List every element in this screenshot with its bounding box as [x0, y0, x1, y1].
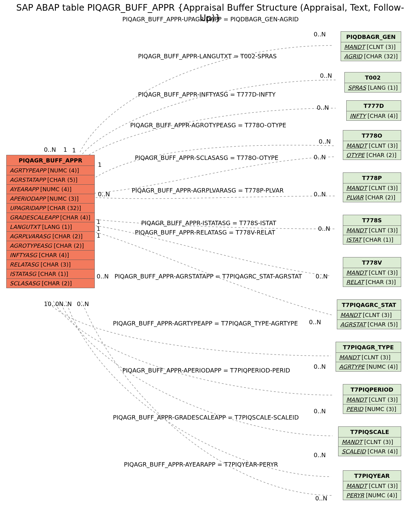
- cardinality: 0..N: [314, 191, 326, 198]
- table-row: SCALEID [CHAR (4)]: [338, 447, 401, 456]
- field-type: [CHAR (5)]: [45, 177, 77, 183]
- table-row: GRADESCALEAPP [CHAR (4)]: [7, 213, 94, 222]
- field-type: [CLNT (3)]: [362, 439, 393, 445]
- cardinality: 1: [97, 225, 100, 232]
- field-name: MANDT: [346, 269, 367, 276]
- field-type: [CHAR (5)]: [366, 321, 398, 328]
- cardinality: 1: [72, 147, 76, 154]
- table-row: MANDT [CLNT (3)]: [337, 310, 401, 320]
- field-type: [CLNT (3)]: [367, 269, 398, 276]
- field-type: [LANG (1)]: [366, 84, 398, 91]
- field-name: SCLASASG: [10, 280, 40, 287]
- table-row: UPAGRIDAPP [CHAR (32)]: [7, 204, 94, 213]
- relation-label: PIQAGR_BUFF_APPR-LANGUTXT = T002-SPRAS: [138, 53, 277, 60]
- field-name: RELAT: [346, 279, 364, 285]
- cardinality: 0..N: [44, 146, 56, 153]
- table-row: SPRAS [LANG (1)]: [345, 83, 401, 92]
- field-name: RELATASG: [10, 261, 39, 268]
- cardinality: 0..N: [314, 408, 326, 415]
- table-header: T778P: [343, 173, 401, 183]
- field-name: AGRTYPEAPP: [10, 167, 46, 174]
- table-header: T7PIQAGRC_STAT: [337, 300, 401, 310]
- field-name: MANDT: [339, 354, 360, 361]
- cardinality: 1: [98, 161, 102, 168]
- field-type: [CHAR (1)]: [361, 236, 393, 243]
- field-type: [NUMC (4)]: [38, 186, 72, 193]
- table-row: APERIODAPP [NUMC (3)]: [7, 194, 94, 204]
- cardinality: 0..N: [314, 31, 326, 38]
- field-name: ISTAT: [346, 236, 361, 243]
- table-row: MANDT [CLNT (3)]: [343, 268, 401, 278]
- relation-label: PIQAGR_BUFF_APPR-AGRPLVARASG = T778P-PLV…: [132, 187, 284, 194]
- field-name: AGRSTAT: [340, 321, 366, 328]
- field-name: MANDT: [346, 227, 367, 234]
- field-name: GRADESCALEAPP: [10, 214, 58, 221]
- field-name: INFTY: [350, 113, 366, 119]
- cardinality: 0..N: [317, 104, 329, 111]
- relation-label: PIQAGR_BUFF_APPR-SCLASASG = T778O-OTYPE: [135, 154, 279, 161]
- relation-label: PIQAGR_BUFF_APPR-INFTYASG = T777D-INFTY: [138, 91, 276, 98]
- table-row: SCLASASG [CHAR (2)]: [7, 279, 94, 288]
- field-name: AGRPLVARASG: [10, 233, 51, 240]
- field-type: [CHAR (32)]: [45, 205, 81, 211]
- cardinality: 10..0N..N: [44, 300, 72, 307]
- field-name: LANGUTXT: [10, 224, 40, 230]
- table-piqagr-buff-appr: PIQAGR_BUFF_APPR AGRTYPEAPP [NUMC (4)]AG…: [6, 155, 95, 288]
- table-header: PIQDBAGR_GEN: [341, 32, 401, 42]
- relation-label: PIQAGR_BUFF_APPR-AYEARAPP = T7PIQYEAR-PE…: [124, 461, 278, 468]
- table-row: RELAT [CHAR (3)]: [343, 278, 401, 287]
- field-type: [CLNT (3)]: [367, 483, 398, 489]
- field-name: ISTATASG: [10, 271, 36, 277]
- table-row: MANDT [CLNT (3)]: [343, 226, 401, 235]
- field-type: [CHAR (4)]: [58, 214, 90, 221]
- table-row: PERID [NUMC (3)]: [343, 404, 401, 414]
- field-type: [CHAR (4)]: [37, 252, 69, 258]
- cardinality: 0..N: [309, 319, 321, 325]
- table-t7piqyear: T7PIQYEARMANDT [CLNT (3)]PERYR [NUMC (4)…: [343, 470, 401, 500]
- field-type: [CHAR (3)]: [39, 261, 71, 268]
- field-type: [CHAR (4)]: [366, 448, 398, 455]
- field-name: OTYPE: [346, 152, 364, 158]
- relation-label: PIQAGR_BUFF_APPR-RELATASG = T778V-RELAT: [135, 229, 275, 236]
- field-type: [LANG (1)]: [40, 224, 72, 230]
- field-type: [NUMC (4)]: [46, 167, 79, 174]
- table-row: AGROTYPEASG [CHAR (2)]: [7, 241, 94, 251]
- field-name: MANDT: [346, 142, 367, 149]
- table-header: T7PIQPERIOD: [343, 384, 401, 395]
- table-row: MANDT [CLNT (3)]: [343, 395, 401, 404]
- cardinality: 0..N: [98, 191, 110, 198]
- field-type: [CLNT (3)]: [360, 354, 391, 361]
- table-t7piqagrc_stat: T7PIQAGRC_STATMANDT [CLNT (3)]AGRSTAT [C…: [337, 299, 401, 329]
- table-row: MANDT [CLNT (3)]: [341, 42, 401, 52]
- cardinality: 0..N: [77, 300, 89, 307]
- field-type: [NUMC (3)]: [45, 195, 79, 202]
- table-t777d: T777DINFTY [CHAR (4)]: [346, 100, 401, 121]
- field-name: MANDT: [346, 185, 367, 191]
- cardinality: 0..N: [320, 72, 332, 79]
- table-row: LANGUTXT [LANG (1)]: [7, 222, 94, 232]
- field-type: [CLNT (3)]: [367, 396, 398, 403]
- field-name: AGROTYPEASG: [10, 242, 52, 249]
- table-t778s: T778SMANDT [CLNT (3)]ISTAT [CHAR (1)]: [343, 215, 401, 245]
- field-type: [CLNT (3)]: [367, 185, 398, 191]
- table-row: INFTYASG [CHAR (4)]: [7, 251, 94, 260]
- table-row: MANDT [CLNT (3)]: [343, 141, 401, 151]
- cardinality: 0..N: [97, 273, 109, 280]
- table-header: T7PIQSCALE: [338, 427, 401, 437]
- field-type: [CHAR (2)]: [51, 233, 82, 240]
- table-header: T778V: [343, 257, 401, 268]
- field-name: MANDT: [346, 483, 367, 489]
- field-name: UPAGRIDAPP: [10, 205, 45, 211]
- field-type: [CHAR (2)]: [364, 152, 396, 158]
- field-type: [CLNT (3)]: [367, 227, 398, 234]
- table-row: MANDT [CLNT (3)]: [343, 183, 401, 193]
- table-row: AGRPLVARASG [CHAR (2)]: [7, 232, 94, 241]
- field-type: [CHAR (32)]: [362, 53, 398, 60]
- table-t7piqperiod: T7PIQPERIODMANDT [CLNT (3)]PERID [NUMC (…: [343, 384, 401, 414]
- table-row: OTYPE [CHAR (2)]: [343, 151, 401, 160]
- table-row: AGRTYPEAPP [NUMC (4)]: [7, 166, 94, 175]
- table-t002: T002SPRAS [LANG (1)]: [344, 72, 401, 92]
- relation-label: PIQAGR_BUFF_APPR-AGRTYPEAPP = T7PIQAGR_T…: [113, 320, 298, 327]
- field-type: [CHAR (2)]: [364, 194, 396, 201]
- relation-label: PIQAGR_BUFF_APPR-ISTATASG = T778S-ISTAT: [141, 219, 276, 226]
